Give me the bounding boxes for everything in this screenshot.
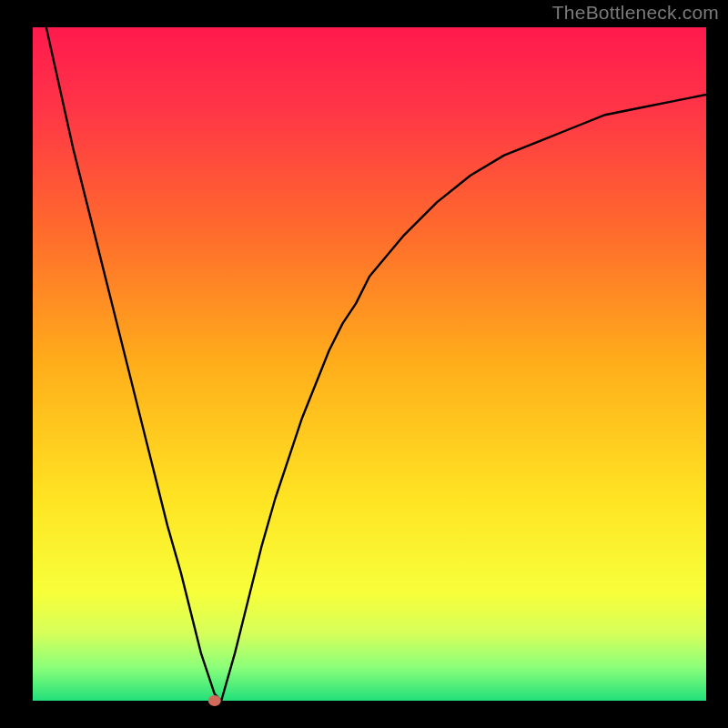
bottleneck-chart: [0, 0, 728, 728]
chart-frame: TheBottleneck.com: [0, 0, 728, 728]
plot-background: [33, 27, 706, 701]
optimum-marker: [208, 695, 221, 706]
watermark-text: TheBottleneck.com: [552, 2, 719, 24]
